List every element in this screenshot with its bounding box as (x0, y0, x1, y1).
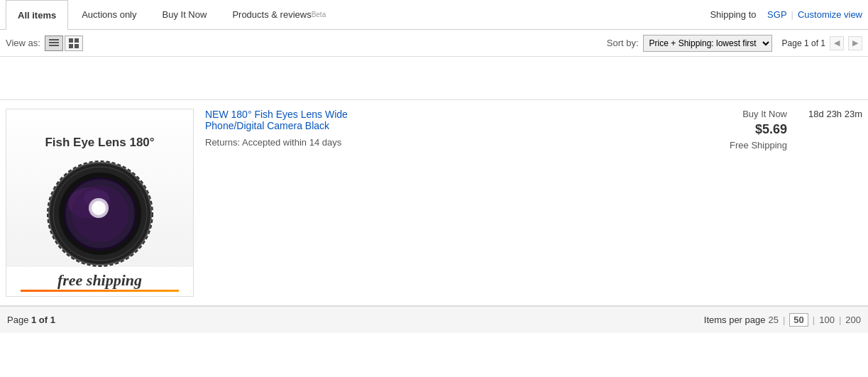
beta-badge: Beta (312, 11, 326, 18)
grid-view-icon (69, 38, 79, 48)
buy-it-now-label: Buy It Now (742, 109, 787, 119)
shipping-location-link[interactable]: SGP (767, 9, 786, 20)
svg-rect-0 (49, 39, 59, 40)
header-right: Shipping to SGP | Customize view (710, 9, 862, 20)
page-info: Page 1 of 1 (782, 38, 825, 48)
svg-rect-5 (69, 44, 73, 48)
item-returns: Returns: Accepted within 14 days (205, 137, 634, 148)
sort-select[interactable]: Price + Shipping: lowest first Price: lo… (643, 35, 772, 52)
item-title: NEW 180° Fish Eyes Lens Wide Phone/Digit… (205, 109, 634, 131)
ipp-100[interactable]: 100 (819, 315, 835, 325)
item-details: NEW 180° Fish Eyes Lens Wide Phone/Digit… (205, 109, 634, 297)
divider: | (791, 9, 793, 20)
item-image-inner: Fish Eye Lens 180° (6, 109, 193, 296)
svg-rect-4 (75, 38, 79, 43)
item-price-section: Buy It Now $5.69 Free Shipping (645, 109, 787, 297)
prev-page-button[interactable]: ◀ (830, 36, 844, 50)
tab-bar: All items Auctions only Buy It Now Produ… (0, 0, 868, 30)
svg-point-16 (93, 203, 99, 207)
tab-auctions-only[interactable]: Auctions only (70, 0, 148, 30)
free-shipping-image-text: free shipping (6, 271, 193, 290)
ipp-200[interactable]: 200 (845, 315, 861, 325)
item-price: $5.69 (755, 122, 787, 137)
svg-rect-2 (49, 45, 59, 46)
list-view-icon (49, 38, 59, 48)
item-image[interactable]: Fish Eye Lens 180° (6, 109, 194, 297)
main-content: Fish Eye Lens 180° (0, 57, 868, 306)
image-title-text: Fish Eye Lens 180° (45, 136, 154, 150)
spacer (0, 57, 868, 99)
list-view-button[interactable] (45, 35, 63, 51)
toolbar: View as: Sort by: Price + Shipping: lowe… (0, 30, 868, 57)
svg-rect-1 (49, 42, 59, 43)
tab-buy-it-now[interactable]: Buy It Now (150, 0, 219, 30)
tab-products-reviews[interactable]: Products & reviewsBeta (220, 0, 338, 30)
lens-graphic (43, 157, 157, 271)
ipp-25[interactable]: 25 (768, 315, 778, 325)
item-time-left: 18d 23h 23m (798, 109, 862, 297)
next-page-button[interactable]: ▶ (848, 36, 862, 50)
item-listing: Fish Eye Lens 180° (0, 99, 868, 306)
sort-label: Sort by: (607, 38, 639, 48)
item-shipping-label: Free Shipping (730, 140, 787, 151)
tab-all-items[interactable]: All items (6, 0, 68, 30)
footer-page-info: Page 1 of 1 (7, 315, 55, 325)
item-title-link[interactable]: NEW 180° Fish Eyes Lens Wide Phone/Digit… (205, 109, 348, 131)
sort-area: Sort by: Price + Shipping: lowest first … (607, 35, 862, 52)
footer-page-bold: 1 of 1 (31, 315, 55, 325)
svg-rect-6 (75, 44, 79, 48)
footer-bar: Page 1 of 1 Items per page 25 | 50 | 100… (0, 306, 868, 333)
free-shipping-underline (21, 290, 179, 292)
svg-rect-3 (69, 38, 73, 43)
free-shipping-banner: free shipping (6, 267, 193, 296)
ipp-50[interactable]: 50 (789, 313, 808, 327)
view-as-label: View as: (6, 38, 40, 48)
items-per-page: Items per page 25 | 50 | 100 | 200 (704, 313, 861, 327)
svg-point-15 (92, 201, 106, 215)
customize-view-link[interactable]: Customize view (798, 9, 862, 20)
grid-view-button[interactable] (65, 35, 83, 51)
